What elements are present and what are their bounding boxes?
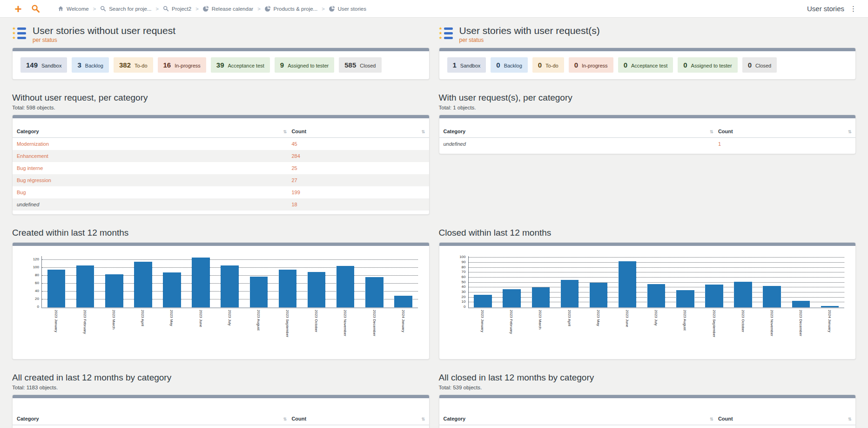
list-widget-icon: ★ ★ ★ [12, 25, 26, 39]
breadcrumb-item-user-stories[interactable]: User stories [329, 6, 366, 12]
x-axis-tick-label: 2023 May [169, 310, 174, 354]
status-count: 3 [77, 61, 81, 69]
y-axis-tick-label: 90 [450, 260, 466, 264]
bar-2023-may [590, 283, 608, 307]
sort-icon[interactable]: ⇅ [848, 129, 852, 134]
x-axis-tick-label: 2023 June [625, 310, 629, 354]
breadcrumb-item-products-proje-[interactable]: Products & proje... [265, 6, 318, 12]
x-axis-tick-label: 2023 October [741, 310, 745, 354]
chart-card-closed: 01020304050607080901002023 January2023 F… [439, 242, 856, 360]
x-axis-labels: 2023 January2023 February2023 March2023 … [41, 310, 418, 354]
category-table: Category⇅Count⇅undefined1 [439, 125, 856, 150]
x-axis-tick-label: 2023 February [83, 310, 87, 354]
category-cell[interactable]: Bug [17, 190, 26, 195]
kebab-menu-icon[interactable]: ⋮ [849, 5, 858, 13]
status-label: To-do [545, 63, 558, 68]
count-cell[interactable]: 25 [291, 165, 297, 171]
search-button[interactable] [26, 2, 45, 16]
column-header-category[interactable]: Category [13, 129, 283, 134]
bar-2023-october [308, 272, 326, 307]
status-badge-assigned-to-tester: 0Assigned to tester [678, 57, 737, 73]
breadcrumb-item-release-calendar[interactable]: Release calendar [203, 6, 254, 12]
sort-icon[interactable]: ⇅ [422, 417, 425, 421]
card-top-strip [13, 115, 429, 118]
bar-2023-august [676, 290, 694, 307]
sort-icon[interactable]: ⇅ [848, 417, 852, 421]
x-axis-tick-label: 2024 January [401, 310, 405, 354]
bar-2023-february [503, 289, 521, 307]
bar-2023-october [734, 282, 752, 307]
x-axis-tick-label: 2023 March [112, 310, 116, 354]
topbar: + Welcome>Search for proje...>Project2>R… [0, 0, 868, 18]
column-header-count[interactable]: Count [718, 129, 848, 134]
breadcrumb-label: User stories [338, 6, 366, 12]
status-badge-sandbox: 1Sandbox [447, 57, 486, 73]
sort-icon[interactable]: ⇅ [710, 129, 713, 134]
bar-chart-created: 0204060801001202023 January2023 February… [19, 256, 423, 354]
category-cell[interactable]: Bug régression [17, 177, 51, 183]
card-top-strip [13, 243, 429, 246]
status-count: 382 [119, 61, 131, 69]
breadcrumb-item-search-for-proje-[interactable]: Search for proje... [100, 6, 151, 12]
x-axis-tick-label: 2023 January [54, 310, 58, 354]
bar-2023-july [647, 284, 666, 307]
status-count: 0 [624, 61, 627, 69]
x-axis-tick-label: 2023 November [343, 310, 347, 354]
count-cell[interactable]: 45 [291, 141, 297, 147]
status-badge-acceptance-test: 39Acceptance test [211, 57, 270, 73]
category-cell[interactable]: Bug interne [17, 165, 43, 171]
bar-2023-june [619, 261, 637, 307]
category-cell[interactable]: Modernization [17, 141, 49, 147]
card-top-strip [439, 243, 856, 246]
status-count: 39 [216, 61, 224, 69]
card-top-strip [439, 48, 856, 51]
x-axis-tick-label: 2023 April [141, 310, 145, 354]
y-axis-tick-label: 40 [23, 289, 39, 293]
column-header-count[interactable]: Count [718, 416, 848, 421]
breadcrumb-item-project2[interactable]: Project2 [163, 6, 191, 12]
add-button[interactable]: + [10, 2, 26, 16]
y-axis-tick-label: 50 [450, 280, 466, 284]
table-header: Category⇅Count⇅ [439, 412, 856, 425]
sort-icon[interactable]: ⇅ [710, 417, 713, 421]
sort-icon[interactable]: ⇅ [283, 417, 287, 421]
breadcrumb-separator: > [257, 6, 260, 12]
status-count: 0 [748, 61, 752, 69]
column-header-count[interactable]: Count [291, 129, 421, 134]
status-badge-to-do: 382To-do [114, 57, 153, 73]
status-label: Closed [755, 63, 771, 68]
search-icon [100, 6, 106, 12]
column-header-category[interactable]: Category [439, 129, 710, 134]
section-total: Total: 1183 objects. [12, 385, 430, 390]
category-cell[interactable]: Enhancement [17, 153, 48, 159]
column-header-count[interactable]: Count [291, 416, 421, 421]
breadcrumb-item-welcome[interactable]: Welcome [58, 6, 89, 12]
y-axis-tick-label: 70 [450, 270, 466, 274]
sort-icon[interactable]: ⇅ [283, 129, 287, 134]
status-label: Assigned to tester [288, 63, 329, 68]
table-card-with-by-category: Category⇅Count⇅undefined1 [439, 115, 856, 154]
search-icon [163, 6, 169, 12]
bar-2023-february [76, 265, 94, 307]
table-header: Category⇅Count⇅ [13, 125, 429, 138]
breadcrumb-separator: > [156, 6, 159, 12]
count-cell[interactable]: 27 [291, 177, 297, 183]
count-cell[interactable]: 284 [291, 153, 300, 159]
bar-2023-september [279, 270, 297, 307]
status-badge-to-do: 0To-do [532, 57, 564, 73]
x-axis-tick-label: 2023 April [567, 310, 572, 354]
count-cell[interactable]: 18 [291, 202, 297, 207]
status-count: 9 [280, 61, 284, 69]
bar-2023-january [47, 270, 66, 307]
y-axis-tick-label: 20 [450, 295, 466, 299]
column-header-category[interactable]: Category [439, 416, 710, 421]
count-cell[interactable]: 199 [291, 190, 300, 195]
status-label: To-do [135, 63, 148, 68]
status-badges: 1Sandbox0Backlog0To-do0In-progress0Accep… [439, 51, 856, 79]
count-cell[interactable]: 1 [718, 141, 721, 147]
status-count: 1 [453, 61, 457, 69]
sort-icon[interactable]: ⇅ [422, 129, 425, 134]
table-row: undefined18 [13, 198, 429, 211]
column-header-category[interactable]: Category [13, 416, 283, 421]
y-axis-tick-label: 100 [450, 255, 466, 259]
